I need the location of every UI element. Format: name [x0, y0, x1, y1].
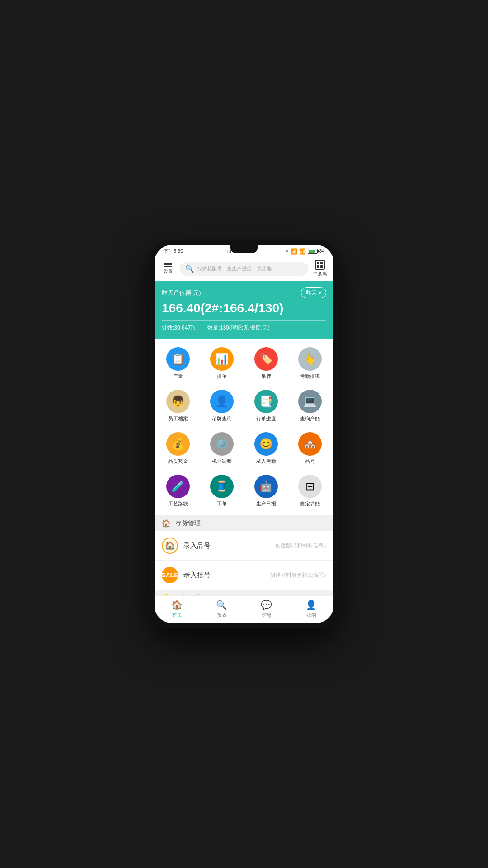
menu-item-process[interactable]: 🧪 工艺路线 [157, 471, 199, 511]
menu-icon-product-no: 🏘️ [298, 432, 322, 456]
menu-icon-machine: ⚙️ [210, 432, 234, 456]
menu-label-output: 产量 [173, 373, 183, 380]
menu-label-schedule: 排单 [217, 373, 227, 380]
menu-icon-process: 🧪 [166, 475, 190, 498]
menu-label-daily: 生产日报 [256, 500, 276, 507]
list-item-enter-product[interactable]: 🏠 录入品号 创建版带和材料信息 › [155, 531, 333, 561]
menu-icon-bonus: 💰 [166, 432, 190, 456]
menu-icon-order: 📑 [254, 390, 278, 413]
menu-item-capacity[interactable]: 💻 查询产能 [290, 386, 331, 426]
nav-label-profile: 我的 [306, 612, 316, 618]
inventory-icon: 🏠 [162, 519, 171, 528]
menu-icon-tag-query: 👤 [210, 390, 234, 413]
menu-label-checkin: 录入考勤 [256, 458, 276, 465]
nav-icon-report: 🔍 [216, 599, 227, 610]
menu-icon-workorder: 🧵 [210, 475, 234, 498]
status-time: 下午5:30 [164, 248, 183, 255]
section-inventory-label: 存货管理 [175, 519, 201, 528]
menu-item-daily[interactable]: 🤖 生产日报 [245, 471, 287, 511]
menu-item-checkin[interactable]: 😊 录入考勤 [245, 429, 287, 468]
enter-product-arrow: › [324, 542, 326, 549]
menu-icon-schedule: 📊 [210, 347, 234, 371]
menu-label-process: 工艺路线 [168, 500, 188, 507]
section-inventory: 🏠 存货管理 [155, 515, 333, 531]
app-header: 设置 🔍 找绣花版带、查生产进度、找功能 扫条码 [155, 256, 333, 281]
enter-product-icon: 🏠 [162, 538, 178, 554]
battery-icon [308, 249, 318, 254]
menu-item-output[interactable]: 📋 产量 [157, 344, 199, 383]
menu-label-custom: 自定功能 [300, 500, 320, 507]
bluetooth-icon: ✳ [285, 249, 289, 254]
battery-level: 84 [319, 249, 324, 254]
qr-icon [315, 260, 325, 270]
menu-icon-employee: 👦 [166, 390, 190, 413]
qr-button[interactable]: 扫条码 [312, 260, 328, 277]
dashboard-value: 166.40(2#:166.4/130) [162, 301, 326, 316]
enter-batch-arrow: › [324, 571, 326, 579]
menu-item-machine[interactable]: ⚙️ 机台调整 [202, 429, 243, 468]
dashboard: 昨天产值额(元) 昨天 ▾ 166.40(2#:166.4/130) 针数:30… [155, 281, 333, 339]
nav-label-message: 信息 [262, 612, 272, 618]
menu-label-bonus: 品质奖金 [168, 458, 188, 465]
menu-label-workorder: 工单 [217, 500, 227, 507]
date-label: 昨天 [306, 289, 317, 297]
menu-label-machine: 机台调整 [212, 458, 232, 465]
dashboard-title: 昨天产值额(元) [162, 289, 201, 297]
list-item-enter-batch[interactable]: SALE 录入批号 创建材料颜色批次编号 › [155, 561, 333, 590]
menu-item-workorder[interactable]: 🧵 工单 [202, 471, 243, 511]
menu-item-tag[interactable]: 🏷️ 吊牌 [245, 344, 287, 383]
nav-item-report[interactable]: 🔍 报表 [199, 596, 244, 623]
menu-label-tag: 吊牌 [261, 373, 271, 380]
menu-label-capacity: 查询产能 [300, 415, 320, 422]
menu-icon-checkin: 😊 [254, 432, 278, 456]
settings-button[interactable]: 设置 [160, 263, 176, 274]
bottom-nav: 🏠 首页 🔍 报表 💬 信息 👤 我的 [155, 595, 333, 623]
menu-icon-output: 📋 [166, 347, 190, 371]
enter-batch-icon: SALE [162, 567, 178, 583]
status-icons: ✳ 📶 📶 84 [285, 248, 324, 255]
menu-label-order: 订单进度 [256, 415, 276, 422]
menu-icon-attendance: 👆 [298, 347, 322, 371]
menu-item-bonus[interactable]: 💰 品质奖金 [157, 429, 199, 468]
menu-item-schedule[interactable]: 📊 排单 [202, 344, 243, 383]
enter-batch-label: 录入批号 [183, 571, 270, 580]
dashboard-stats: 针数:30.64万针 数量:130(瑕疵:无 报废:无) [162, 324, 326, 332]
menu-icon-daily: 🤖 [254, 475, 278, 498]
search-bar[interactable]: 🔍 找绣花版带、查生产进度、找功能 [180, 262, 308, 276]
stitch-count: 针数:30.64万针 [162, 324, 198, 332]
menu-label-tag-query: 吊牌查询 [212, 415, 232, 422]
nav-icon-profile: 👤 [305, 599, 317, 610]
menu-item-tag-query[interactable]: 👤 吊牌查询 [202, 386, 243, 426]
nav-icon-message: 💬 [261, 599, 272, 610]
nav-icon-home: 🏠 [171, 599, 183, 610]
enter-product-desc: 创建版带和材料信息 [275, 542, 324, 550]
menu-grid: 📋 产量 📊 排单 🏷️ 吊牌 👆 考勤排班 👦 员工档案 👤 吊牌查询 📑 订… [155, 339, 333, 515]
dashboard-header: 昨天产值额(元) 昨天 ▾ [162, 287, 326, 298]
menu-icon-capacity: 💻 [298, 390, 322, 413]
nav-label-report: 报表 [217, 612, 227, 618]
nav-item-home[interactable]: 🏠 首页 [155, 596, 199, 623]
menu-icon-custom: ⊞ [298, 475, 322, 498]
menu-item-order[interactable]: 📑 订单进度 [245, 386, 287, 426]
enter-batch-desc: 创建材料颜色批次编号 [270, 571, 324, 579]
enter-product-label: 录入品号 [183, 542, 275, 550]
search-icon: 🔍 [185, 264, 194, 273]
date-selector[interactable]: 昨天 ▾ [301, 287, 326, 298]
settings-label: 设置 [164, 268, 173, 274]
menu-item-product-no[interactable]: 🏘️ 品号 [290, 429, 331, 468]
nav-item-profile[interactable]: 👤 我的 [289, 596, 333, 623]
section-workorder: 💡 工单管理 [155, 590, 333, 595]
menu-label-attendance: 考勤排班 [300, 373, 320, 380]
menu-item-attendance[interactable]: 👆 考勤排班 [290, 344, 331, 383]
signal-icon: 📶 [291, 248, 297, 255]
nav-item-message[interactable]: 💬 信息 [244, 596, 289, 623]
menu-icon-tag: 🏷️ [254, 347, 278, 371]
menu-item-custom[interactable]: ⊞ 自定功能 [290, 471, 331, 511]
quantity-info: 数量:130(瑕疵:无 报废:无) [207, 324, 269, 332]
qr-label: 扫条码 [313, 271, 327, 277]
search-placeholder: 找绣花版带、查生产进度、找功能 [197, 265, 272, 272]
main-scroll[interactable]: 📋 产量 📊 排单 🏷️ 吊牌 👆 考勤排班 👦 员工档案 👤 吊牌查询 📑 订… [155, 339, 333, 595]
nav-label-home: 首页 [172, 612, 182, 618]
menu-item-employee[interactable]: 👦 员工档案 [157, 386, 199, 426]
hamburger-icon [164, 263, 172, 267]
